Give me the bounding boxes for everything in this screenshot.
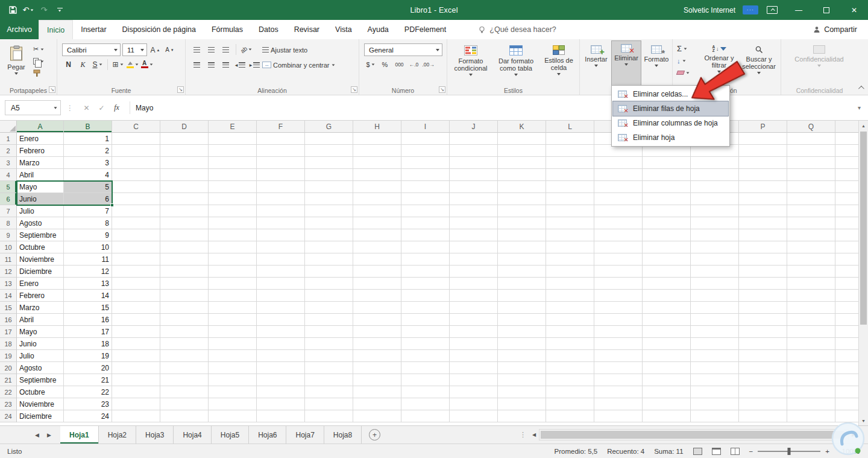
- cell-H9[interactable]: [353, 229, 401, 241]
- cell-B5[interactable]: 5: [64, 181, 112, 193]
- cell-L4[interactable]: [546, 169, 594, 181]
- cell-H11[interactable]: [353, 253, 401, 266]
- cell-I8[interactable]: [401, 217, 450, 229]
- cell-O18[interactable]: [691, 338, 739, 350]
- cell-E5[interactable]: [209, 181, 257, 193]
- page-break-view-button[interactable]: [731, 448, 740, 455]
- cell-F9[interactable]: [257, 229, 305, 241]
- cell-M6[interactable]: [594, 193, 643, 205]
- align-right-button[interactable]: [219, 59, 232, 71]
- row-header-16[interactable]: 16: [0, 314, 17, 326]
- cell-E10[interactable]: [209, 241, 257, 253]
- cell-C22[interactable]: [112, 386, 160, 398]
- cell-B7[interactable]: 7: [64, 205, 112, 217]
- cell-Q3[interactable]: [787, 157, 835, 169]
- cell-E9[interactable]: [209, 229, 257, 241]
- cell-C16[interactable]: [112, 314, 160, 326]
- cell-F10[interactable]: [257, 241, 305, 253]
- row-header-14[interactable]: 14: [0, 290, 17, 302]
- cell-O8[interactable]: [691, 217, 739, 229]
- italic-button[interactable]: K: [77, 59, 89, 71]
- cell-Q5[interactable]: [787, 181, 835, 193]
- cell-P15[interactable]: [739, 302, 787, 314]
- cell-I18[interactable]: [401, 338, 450, 350]
- cell-F2[interactable]: [257, 145, 305, 157]
- cell-Q6[interactable]: [787, 193, 835, 205]
- tab-formulas[interactable]: Fórmulas: [204, 20, 251, 39]
- cell-C14[interactable]: [112, 290, 160, 302]
- cell-Q22[interactable]: [787, 386, 835, 398]
- merge-center-button[interactable]: ↔Combinar y centrar: [260, 59, 337, 71]
- cell-J10[interactable]: [450, 241, 498, 253]
- cell-C18[interactable]: [112, 338, 160, 350]
- tab-pdfelement[interactable]: PDFelement: [397, 20, 454, 39]
- cell-F5[interactable]: [257, 181, 305, 193]
- dialog-launcher-icon[interactable]: ↘: [177, 86, 184, 93]
- new-sheet-button[interactable]: +: [369, 429, 380, 441]
- wrap-text-button[interactable]: Ajustar texto: [260, 44, 309, 56]
- cell-L8[interactable]: [546, 217, 594, 229]
- cell-I7[interactable]: [401, 205, 450, 217]
- decrease-indent-button[interactable]: ◀: [234, 59, 247, 71]
- cell-L3[interactable]: [546, 157, 594, 169]
- cell-D6[interactable]: [160, 193, 209, 205]
- cell-C15[interactable]: [112, 302, 160, 314]
- cell-D2[interactable]: [160, 145, 209, 157]
- cell-G13[interactable]: [305, 278, 353, 290]
- cell-K2[interactable]: [498, 145, 546, 157]
- cell-P2[interactable]: [739, 145, 787, 157]
- comma-style-button[interactable]: 000: [393, 59, 406, 71]
- accounting-format-button[interactable]: $: [364, 59, 377, 71]
- cell-F19[interactable]: [257, 350, 305, 362]
- cell-E22[interactable]: [209, 386, 257, 398]
- cell-G21[interactable]: [305, 374, 353, 386]
- cell-H17[interactable]: [353, 326, 401, 338]
- cell-A4[interactable]: Abril: [17, 169, 64, 181]
- cell-J11[interactable]: [450, 253, 498, 266]
- cell-E19[interactable]: [209, 350, 257, 362]
- cell-F6[interactable]: [257, 193, 305, 205]
- cell-F14[interactable]: [257, 290, 305, 302]
- cell-K8[interactable]: [498, 217, 546, 229]
- cell-M9[interactable]: [594, 229, 643, 241]
- cell-M19[interactable]: [594, 350, 643, 362]
- cell-Q9[interactable]: [787, 229, 835, 241]
- cell-H16[interactable]: [353, 314, 401, 326]
- cell-A10[interactable]: Octubre: [17, 241, 64, 253]
- cell-J23[interactable]: [450, 398, 498, 410]
- cell-N3[interactable]: [643, 157, 691, 169]
- align-left-button[interactable]: [190, 59, 203, 71]
- cell-H15[interactable]: [353, 302, 401, 314]
- cell-Q23[interactable]: [787, 398, 835, 410]
- cell-C2[interactable]: [112, 145, 160, 157]
- cell-C13[interactable]: [112, 278, 160, 290]
- fill-button[interactable]: ↓: [675, 55, 691, 66]
- cell-H8[interactable]: [353, 217, 401, 229]
- normal-view-button[interactable]: [693, 448, 702, 455]
- tab-datos[interactable]: Datos: [251, 20, 286, 39]
- insert-button[interactable]: Insertar: [582, 42, 611, 84]
- cell-L11[interactable]: [546, 253, 594, 266]
- cell-O11[interactable]: [691, 253, 739, 266]
- row-header-15[interactable]: 15: [0, 302, 17, 314]
- cell-E17[interactable]: [209, 326, 257, 338]
- cell-N12[interactable]: [643, 266, 691, 278]
- cell-N22[interactable]: [643, 386, 691, 398]
- cell-N20[interactable]: [643, 362, 691, 374]
- column-header-H[interactable]: H: [353, 121, 401, 133]
- sheet-tab-hoja1[interactable]: Hoja1: [60, 426, 99, 444]
- menu-item-eliminar-columnas-de-hoja[interactable]: Eliminar columnas de hoja: [613, 116, 728, 130]
- cell-Q13[interactable]: [787, 278, 835, 290]
- format-button[interactable]: Formato: [642, 42, 671, 84]
- cell-K24[interactable]: [498, 410, 546, 422]
- increase-font-button[interactable]: A▲: [149, 44, 162, 56]
- cell-E2[interactable]: [209, 145, 257, 157]
- row-header-20[interactable]: 20: [0, 362, 17, 374]
- cell-G5[interactable]: [305, 181, 353, 193]
- cell-E13[interactable]: [209, 278, 257, 290]
- cell-I10[interactable]: [401, 241, 450, 253]
- row-header-22[interactable]: 22: [0, 386, 17, 398]
- cell-M3[interactable]: [594, 157, 643, 169]
- fill-color-button[interactable]: [126, 59, 139, 71]
- cell-H7[interactable]: [353, 205, 401, 217]
